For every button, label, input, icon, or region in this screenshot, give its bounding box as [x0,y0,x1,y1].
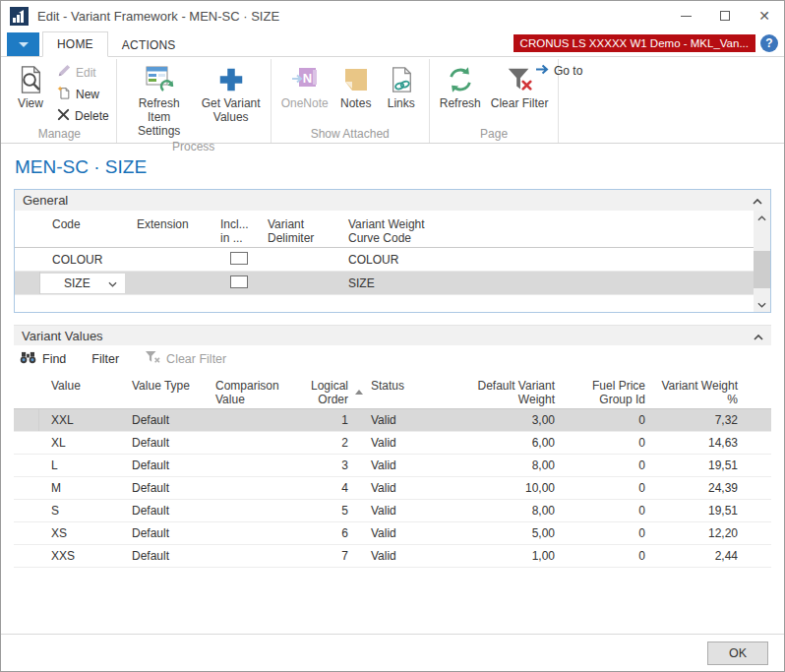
scroll-down-icon[interactable] [754,297,770,312]
grid-empty-space [15,295,754,312]
go-to-label: Go to [554,64,582,78]
row-selector[interactable] [14,409,39,431]
incl-checkbox[interactable] [230,275,248,288]
clear-filter-toolbar-label: Clear Filter [166,352,226,366]
incl-checkbox[interactable] [230,252,248,265]
cell-value: XXS [39,549,120,563]
row-selector[interactable] [15,272,40,294]
delete-button[interactable]: Delete [57,106,109,125]
row-selector-header [15,215,40,247]
tab-home[interactable]: HOME [42,31,108,57]
row-selector[interactable] [14,522,39,544]
company-badge: CRONUS LS XXXXX W1 Demo - MKL_Van... [513,34,755,52]
col-value[interactable]: Value [39,377,120,395]
cell-fuel-price: 0 [560,481,650,495]
col-code[interactable]: Code [40,215,125,233]
variant-values-table-header: Value Value Type Comparison Value Logica… [14,372,771,409]
row-selector[interactable] [14,477,39,499]
table-row[interactable]: SIZE SIZE [15,272,754,295]
general-grid-header: Code Extension Incl... in ... Variant De… [15,211,754,248]
row-selector[interactable] [14,545,39,567]
chevron-down-icon[interactable] [96,276,121,290]
go-to-arrow-icon [535,64,549,78]
maximize-button[interactable] [705,1,745,31]
cell-logical-order: 5 [290,504,353,518]
col-extension[interactable]: Extension [125,215,209,233]
group-label-show-attached: Show Attached [276,125,424,143]
col-incl[interactable]: Incl... in ... [209,215,256,247]
cell-default-weight: 6,00 [452,436,560,450]
ribbon-group-show-attached: N OneNote Notes Links Show Atta [272,59,430,143]
edit-button[interactable]: Edit [57,63,109,82]
cell-code: SIZE [52,276,94,290]
notes-label: Notes [340,97,371,111]
cell-weight-pct: 2,44 [650,549,743,563]
code-combobox[interactable]: SIZE [40,274,125,293]
cell-value: XS [39,526,120,540]
delete-label: Delete [75,109,109,123]
ok-button[interactable]: OK [707,641,768,665]
new-button[interactable]: New [57,85,109,103]
table-row[interactable]: XXS Default 7 Valid 1,00 0 2,44 [14,545,771,568]
cell-value: L [39,458,120,472]
row-selector[interactable] [15,248,40,271]
col-logical-order[interactable]: Logical Order [290,377,353,408]
refresh-item-settings-button[interactable]: Refresh Item Settings [122,59,197,138]
onenote-button[interactable]: N OneNote [276,59,333,111]
table-row[interactable]: XS Default 6 Valid 5,00 0 12,20 [14,522,771,545]
cell-value-type: Default [120,413,204,427]
row-selector[interactable] [14,500,39,521]
col-variant-weight-curve[interactable]: Variant Weight Curve Code [336,215,754,247]
get-variant-values-button[interactable]: Get Variant Values [197,59,266,125]
table-row[interactable]: M Default 4 Valid 10,00 0 24,39 [14,477,771,500]
delete-x-icon [57,108,70,124]
general-scrollbar[interactable] [754,211,770,312]
col-value-type[interactable]: Value Type [120,377,204,395]
col-variant-weight-pct[interactable]: Variant Weight % [650,377,743,408]
table-row[interactable]: XXL Default 1 Valid 3,00 0 7,32 [14,409,771,432]
col-default-variant-weight[interactable]: Default Variant Weight [452,377,560,408]
minimize-button[interactable] [666,1,705,31]
view-button[interactable]: View [8,59,53,111]
cell-value-type: Default [120,549,204,563]
scroll-up-icon[interactable] [754,211,770,225]
group-label-manage: Manage [8,125,111,143]
col-variant-delimiter[interactable]: Variant Delimiter [256,215,336,247]
row-selector[interactable] [14,455,39,476]
find-button[interactable]: Find [20,351,66,367]
general-section-header[interactable]: General [15,190,770,211]
notes-icon [343,62,369,97]
close-button[interactable]: ✕ [745,1,784,31]
collapse-chevron-icon[interactable] [754,329,763,343]
row-selector-header [14,377,39,408]
row-selector[interactable] [14,432,39,454]
go-to-button[interactable]: Go to [535,64,582,78]
view-label: View [18,97,43,111]
help-icon[interactable]: ? [760,34,778,52]
cell-logical-order: 6 [290,526,353,540]
clear-filter-toolbar-button[interactable]: Clear Filter [145,350,226,367]
tab-actions[interactable]: ACTIONS [108,33,190,57]
refresh-button[interactable]: Refresh [435,59,486,111]
notes-button[interactable]: Notes [333,59,379,111]
scrollbar-track[interactable] [754,225,770,297]
col-filler [743,377,771,381]
table-row[interactable]: L Default 3 Valid 8,00 0 19,51 [14,455,771,477]
links-button[interactable]: Links [379,59,424,111]
col-status[interactable]: Status [353,377,452,395]
variant-values-section-header[interactable]: Variant Values [14,325,771,345]
col-fuel-price-group[interactable]: Fuel Price Group Id [560,377,650,408]
table-row[interactable]: COLOUR COLOUR [15,248,754,272]
scrollbar-thumb[interactable] [754,251,770,288]
edit-icon [57,64,71,81]
table-row[interactable]: S Default 5 Valid 8,00 0 19,51 [14,500,771,522]
cell-fuel-price: 0 [560,458,650,472]
links-label: Links [388,97,415,111]
cell-weight-pct: 19,51 [650,504,743,518]
filter-button[interactable]: Filter [91,352,119,366]
col-comparison-value[interactable]: Comparison Value [204,377,290,408]
application-menu-button[interactable] [7,32,39,56]
table-row[interactable]: XL Default 2 Valid 6,00 0 14,63 [14,432,771,455]
collapse-chevron-icon[interactable] [753,193,762,208]
filter-label: Filter [91,352,119,366]
